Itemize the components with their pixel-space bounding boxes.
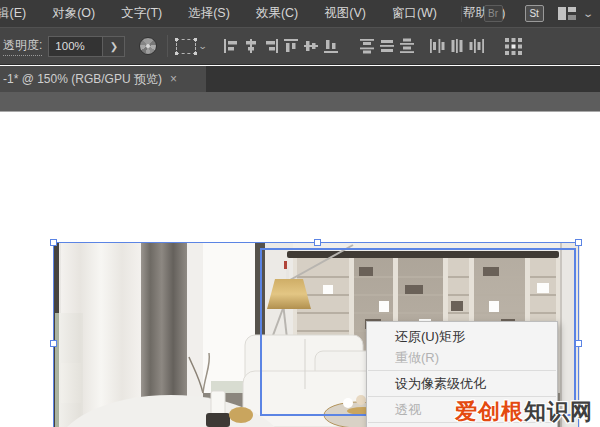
- stock-button[interactable]: St: [525, 5, 544, 22]
- chevron-down-icon[interactable]: ⌄: [198, 41, 208, 51]
- menu-effect[interactable]: 效果(C): [243, 5, 311, 22]
- menu-bar: 辑(E) 对象(O) 文字(T) 选择(S) 效果(C) 视图(V) 窗口(W)…: [0, 0, 600, 27]
- align-top-icon[interactable]: [283, 38, 299, 54]
- workspace-switcher-icon[interactable]: [558, 7, 576, 20]
- menu-view[interactable]: 视图(V): [311, 5, 379, 22]
- align-icons-group: [223, 38, 525, 54]
- distribute-left-icon[interactable]: [429, 38, 445, 54]
- chevron-down-icon[interactable]: ⌄: [582, 8, 594, 19]
- menu-edit[interactable]: 辑(E): [0, 5, 39, 22]
- pasteboard-strip: [0, 92, 600, 112]
- options-toolbar: 透明度: 100% ❯ ⌄: [0, 27, 600, 65]
- menu-object[interactable]: 对象(O): [39, 5, 108, 22]
- menu-type[interactable]: 文字(T): [108, 5, 175, 22]
- context-menu-item-make-pixel-perfect[interactable]: 设为像素级优化: [367, 373, 557, 394]
- watermark: 爱创根知识网: [455, 397, 593, 427]
- context-menu-item-redo: 重做(R): [367, 347, 557, 368]
- distribute-bottom-icon[interactable]: [399, 38, 415, 54]
- distribute-v-center-icon[interactable]: [379, 38, 395, 54]
- document-tab[interactable]: -1* @ 150% (RGB/GPU 预览) ×: [0, 66, 206, 92]
- opacity-label[interactable]: 透明度:: [3, 37, 42, 56]
- menu-select[interactable]: 选择(S): [175, 5, 243, 22]
- align-h-center-icon[interactable]: [243, 38, 259, 54]
- illustrator-window: 辑(E) 对象(O) 文字(T) 选择(S) 效果(C) 视图(V) 窗口(W)…: [0, 0, 600, 427]
- bounding-box-dashed-icon[interactable]: [176, 39, 196, 54]
- distribute-h-center-icon[interactable]: [449, 38, 465, 54]
- menu-window[interactable]: 窗口(W): [379, 5, 450, 22]
- context-menu-separator: [368, 370, 556, 371]
- context-menu-item-undo-rectangle[interactable]: 还原(U)矩形: [367, 326, 557, 347]
- close-tab-icon[interactable]: ×: [170, 72, 177, 86]
- distribute-top-icon[interactable]: [359, 38, 375, 54]
- menubar-separator: [461, 6, 462, 22]
- opacity-input[interactable]: 100%: [48, 36, 103, 57]
- align-v-center-icon[interactable]: [303, 38, 319, 54]
- opacity-expand-button[interactable]: ❯: [103, 36, 125, 57]
- watermark-highlight: 爱创根: [455, 399, 524, 424]
- toolbar-separator: [167, 35, 168, 57]
- distribute-right-icon[interactable]: [469, 38, 485, 54]
- watermark-rest: 知识网: [524, 399, 593, 424]
- recolor-artwork-wheel-icon[interactable]: [139, 37, 157, 55]
- align-to-pixel-grid-icon[interactable]: [505, 38, 521, 54]
- align-left-icon[interactable]: [223, 38, 239, 54]
- align-bottom-icon[interactable]: [323, 38, 339, 54]
- document-title: -1* @ 150% (RGB/GPU 预览): [3, 71, 162, 88]
- bridge-button[interactable]: Br: [484, 5, 503, 22]
- align-right-icon[interactable]: [263, 38, 279, 54]
- document-tab-bar: -1* @ 150% (RGB/GPU 预览) ×: [0, 66, 600, 92]
